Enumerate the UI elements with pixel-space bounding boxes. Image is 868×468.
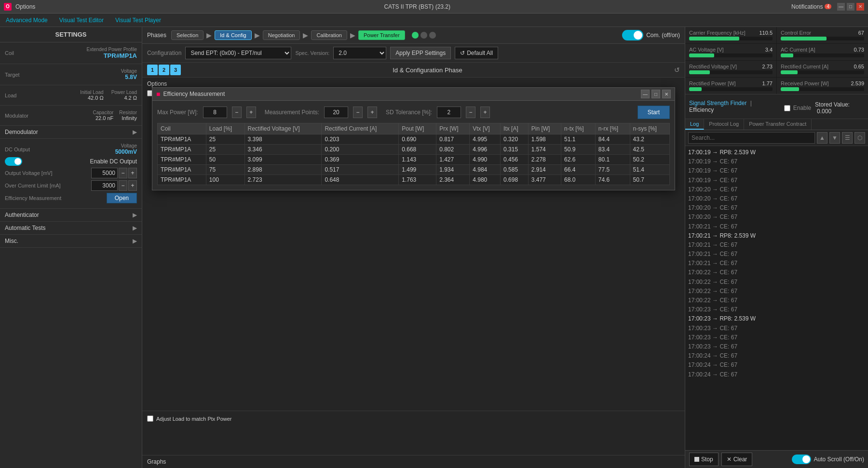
col-rect-v: Rectified Voltage [V] [244, 123, 322, 134]
log-search-down-btn[interactable]: ▼ [829, 132, 840, 144]
signal-separator: | [750, 100, 752, 107]
rect-power-label: Rectified Power [W] [689, 80, 773, 86]
adjust-load-checkbox[interactable] [147, 415, 153, 422]
phase-power-transfer-btn[interactable]: Power Transfer [358, 30, 405, 40]
autoscroll-switch[interactable] [792, 455, 811, 464]
sd-tolerance-input[interactable] [437, 107, 461, 118]
phase-calibration-btn[interactable]: Calibration [311, 30, 347, 40]
enable-dc-toggle[interactable] [5, 157, 22, 166]
default-all-button[interactable]: ↺ Default All [455, 47, 498, 59]
table-row: TPR#MP1A752.8980.5171.4991.9344.9840.585… [158, 165, 670, 175]
main-layout: SETTINGS Coil Extended Power Profile TPR… [0, 27, 868, 468]
target-label: Target [5, 72, 20, 78]
carrier-freq-bar [689, 37, 739, 40]
phase-tab-1[interactable]: 1 [147, 65, 158, 75]
sd-tolerance-increase[interactable]: + [480, 107, 490, 118]
log-search-input[interactable] [688, 132, 815, 144]
col-itx: Itx [A] [501, 123, 529, 134]
restore-button[interactable]: □ [847, 3, 854, 11]
sidebar-demodulator[interactable]: Demodulator ▶ [0, 126, 142, 139]
sidebar-authenticator[interactable]: Authenticator ▶ [0, 209, 142, 222]
over-current-label: Over Current Limit [mA] [5, 183, 61, 188]
log-entry: 17:00:21 → CE: 67 [688, 259, 865, 268]
reload-icon[interactable]: ↺ [674, 66, 680, 74]
sidebar-dc-output-section: DC Output Voltage 5000mV Enable DC Outpu… [0, 139, 142, 209]
over-current-input[interactable] [91, 180, 118, 191]
sd-tolerance-decrease[interactable]: − [466, 107, 475, 118]
phases-label: Phases [147, 32, 166, 39]
sidebar-automatic-tests[interactable]: Automatic Tests ▶ [0, 222, 142, 235]
enable-signal-checkbox[interactable] [784, 105, 790, 111]
close-button[interactable]: ✕ [856, 3, 864, 11]
menu-visual-test-editor[interactable]: Visual Test Editor [57, 16, 106, 25]
spec-version-select[interactable]: 2.0 [333, 47, 386, 59]
log-tab-power-transfer[interactable]: Power Transfer Contract [744, 119, 812, 130]
phase-tab-2[interactable]: 2 [159, 65, 169, 75]
dialog-params-row: Max Power [W]: − + Measurement Points: −… [157, 106, 670, 119]
output-voltage-decrease[interactable]: − [119, 168, 127, 178]
efficiency-section-label[interactable]: Efficiency [689, 107, 714, 113]
right-panel: Carrier Frequency [kHz] 110.5 Control Er… [685, 27, 868, 468]
rect-power-bar-container [689, 87, 773, 91]
phase-tab-3[interactable]: 3 [170, 65, 181, 75]
col-pout: Pout [W] [399, 123, 436, 134]
phase-negotiation-btn[interactable]: Negotiation [263, 30, 300, 40]
power-load-value: 4.2 Ω [111, 95, 137, 101]
menu-advanced-mode[interactable]: Advanced Mode [4, 16, 50, 25]
center-panel: Phases Selection ▶ Id & Config ▶ Negotia… [142, 27, 685, 468]
efficiency-open-button[interactable]: Open [107, 193, 137, 203]
log-entry: 17:00:23 → RP8: 2.539 W [688, 314, 865, 323]
phase-id-config-btn[interactable]: Id & Config [215, 30, 251, 40]
res-label: Resistor [119, 110, 137, 115]
sidebar-title: SETTINGS [0, 27, 142, 42]
efficiency-start-btn[interactable]: Start [637, 106, 670, 119]
max-power-increase[interactable]: + [246, 107, 256, 118]
metric-rect-current: Rectified Current [A] 0.65 [777, 61, 868, 77]
measurement-points-decrease[interactable]: − [353, 107, 363, 118]
over-current-decrease[interactable]: − [119, 180, 127, 191]
log-entry: 17:00:19 → CE: 67 [688, 166, 865, 175]
log-tabs: Log Protocol Log Power Transfer Contract [685, 119, 868, 130]
signal-finder-label[interactable]: Signal Strength Finder [689, 100, 746, 107]
notifications-badge[interactable]: 4 [825, 4, 831, 9]
log-export-btn[interactable]: ⬡ [854, 132, 865, 144]
measurement-points-input[interactable] [324, 107, 348, 118]
cap-value: 22.0 nF [93, 115, 114, 121]
log-list-btn[interactable]: ☰ [842, 132, 853, 144]
log-tab-log[interactable]: Log [685, 119, 704, 130]
sidebar-misc[interactable]: Misc. ▶ [0, 235, 142, 248]
apply-epp-button[interactable]: Apply EPP Settings [390, 47, 451, 59]
max-power-input[interactable] [203, 107, 227, 118]
log-tab-protocol[interactable]: Protocol Log [704, 119, 744, 130]
output-voltage-input[interactable] [91, 168, 118, 178]
log-search-up-btn[interactable]: ▲ [817, 132, 827, 144]
log-clear-btn[interactable]: ✕ Clear [721, 453, 753, 466]
over-current-increase[interactable]: + [128, 180, 137, 191]
efficiency-dialog: ■ Efficiency Measurement — □ ✕ Max Power… [152, 87, 675, 190]
dialog-minimize-btn[interactable]: — [641, 90, 650, 98]
log-entry: 17:00:23 → CE: 67 [688, 333, 865, 342]
phase-arrow-1: ▶ [206, 31, 212, 39]
measurement-points-increase[interactable]: + [367, 107, 377, 118]
max-power-decrease[interactable]: − [232, 107, 242, 118]
tab-options[interactable]: Options [15, 3, 35, 10]
output-voltage-label: Output Voltage [mV] [5, 170, 52, 176]
col-vtx: Vtx [V] [470, 123, 501, 134]
dialog-maximize-btn[interactable]: □ [651, 90, 660, 98]
enable-signal-row: Enable [784, 105, 811, 111]
phase-selection-btn[interactable]: Selection [171, 30, 203, 40]
ac-voltage-label: AC Voltage [V] [689, 47, 773, 53]
col-prx: Prx [W] [436, 123, 470, 134]
log-stop-btn[interactable]: Stop [689, 453, 719, 466]
dialog-title: ■ Efficiency Measurement [156, 90, 225, 98]
dialog-close-btn[interactable]: ✕ [662, 90, 671, 98]
minimize-button[interactable]: — [837, 3, 845, 11]
send-ept-select[interactable]: Send EPT: (0x00) - EPT/nul [185, 47, 291, 59]
com-toggle-switch[interactable] [622, 30, 643, 40]
rect-voltage-value: 2.73 [762, 64, 773, 69]
menu-visual-test-player[interactable]: Visual Test Player [113, 16, 163, 25]
output-voltage-increase[interactable]: + [128, 168, 137, 178]
log-search-bar: ▲ ▼ ☰ ⬡ [685, 130, 868, 146]
adjust-load-section: Adjust Load to match Ptx Power [142, 411, 685, 426]
com-label: Com. (off/on) [646, 32, 680, 39]
